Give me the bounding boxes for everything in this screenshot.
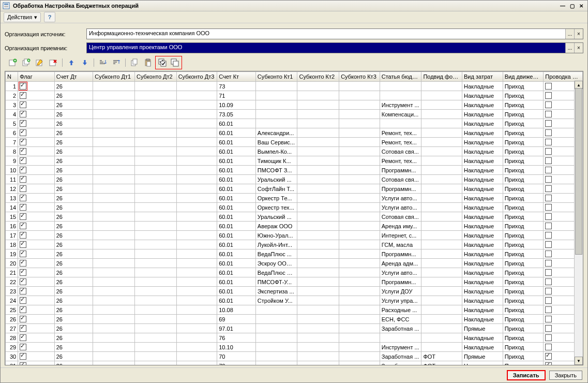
zik-checkbox[interactable] bbox=[545, 316, 552, 322]
zik-checkbox[interactable] bbox=[545, 344, 552, 350]
zik-checkbox[interactable] bbox=[545, 185, 552, 192]
cell-sdt2[interactable] bbox=[134, 315, 176, 324]
cell-kt[interactable]: 60.01 bbox=[217, 166, 256, 175]
cell-kt[interactable]: 73.05 bbox=[217, 110, 256, 119]
cell-flag[interactable] bbox=[18, 82, 55, 91]
cell-move[interactable]: Приход bbox=[503, 175, 544, 184]
cell-n[interactable]: 14 bbox=[6, 203, 18, 212]
flag-checkbox[interactable] bbox=[20, 167, 26, 173]
cell-kt[interactable]: 60.01 bbox=[217, 138, 256, 147]
cell-cost[interactable]: Накладные bbox=[462, 91, 503, 100]
zik-checkbox[interactable] bbox=[545, 278, 552, 285]
cell-dt[interactable]: 26 bbox=[54, 82, 93, 91]
cell-kt[interactable]: 71 bbox=[217, 91, 256, 100]
cell-fund[interactable] bbox=[421, 91, 462, 100]
cell-skt3[interactable] bbox=[339, 352, 380, 361]
cell-cost[interactable]: Накладные bbox=[462, 333, 503, 343]
cell-sdt3[interactable] bbox=[176, 240, 217, 249]
flag-checkbox[interactable] bbox=[20, 129, 26, 136]
cell-kt[interactable]: 10.08 bbox=[217, 305, 256, 315]
cell-skt3[interactable] bbox=[339, 240, 380, 249]
zik-checkbox[interactable] bbox=[545, 288, 552, 294]
cell-sdt1[interactable] bbox=[93, 352, 135, 361]
flag-checkbox[interactable] bbox=[20, 157, 26, 164]
cell-skt1[interactable] bbox=[255, 82, 297, 91]
column-header-skt2[interactable]: Субконто Кт2 bbox=[297, 72, 339, 82]
cell-dt[interactable]: 26 bbox=[54, 184, 93, 194]
flag-checkbox[interactable] bbox=[20, 223, 26, 229]
cell-sdt3[interactable] bbox=[176, 184, 217, 194]
cell-skt1[interactable]: ВедаПлюс С... bbox=[255, 268, 297, 277]
cell-cost[interactable]: Накладные bbox=[462, 194, 503, 203]
cell-move[interactable]: Приход bbox=[503, 249, 544, 259]
cell-sdt2[interactable] bbox=[134, 100, 176, 110]
scroll-thumb[interactable] bbox=[575, 88, 582, 255]
cell-sdt3[interactable] bbox=[176, 212, 217, 222]
table-row[interactable]: 32610.09Инструмент ...НакладныеПриход bbox=[6, 100, 583, 110]
cell-skt3[interactable] bbox=[339, 119, 380, 128]
table-row[interactable]: 42673.05Компенсаци...НакладныеПриход bbox=[6, 110, 583, 119]
cell-flag[interactable] bbox=[18, 194, 55, 203]
cell-n[interactable]: 10 bbox=[6, 166, 18, 175]
cell-budget[interactable]: Заработная ... bbox=[380, 352, 421, 361]
cell-sdt3[interactable] bbox=[176, 91, 217, 100]
column-header-budget[interactable]: Статья бюдж... bbox=[380, 72, 421, 82]
cell-sdt2[interactable] bbox=[134, 222, 176, 231]
cell-skt2[interactable] bbox=[297, 315, 339, 324]
cell-sdt3[interactable] bbox=[176, 287, 217, 296]
flag-checkbox[interactable] bbox=[20, 334, 26, 341]
cell-skt2[interactable] bbox=[297, 100, 339, 110]
cell-skt1[interactable]: Ваш Сервис... bbox=[255, 138, 297, 147]
add-copy-button[interactable] bbox=[20, 57, 33, 68]
table-row[interactable]: 182660.01Лукойл-Инт...ГСМ, маслаНакладны… bbox=[6, 240, 583, 249]
cell-skt3[interactable] bbox=[339, 100, 380, 110]
cell-move[interactable]: Приход bbox=[503, 315, 544, 324]
cell-kt[interactable]: 60.01 bbox=[217, 184, 256, 194]
cell-skt1[interactable]: СофтЛайн Т... bbox=[255, 184, 297, 194]
cell-dt[interactable]: 26 bbox=[54, 138, 93, 147]
cell-kt[interactable]: 60.01 bbox=[217, 240, 256, 249]
cell-skt1[interactable] bbox=[255, 110, 297, 119]
cell-skt1[interactable]: Вымпел-Ко... bbox=[255, 147, 297, 156]
cell-n[interactable]: 31 bbox=[6, 361, 18, 366]
source-org-clear-button[interactable]: × bbox=[574, 29, 583, 39]
cell-flag[interactable] bbox=[18, 240, 55, 249]
zik-checkbox[interactable] bbox=[545, 195, 552, 201]
cell-skt2[interactable] bbox=[297, 147, 339, 156]
cell-skt3[interactable] bbox=[339, 128, 380, 138]
source-org-select-button[interactable]: ... bbox=[565, 29, 574, 39]
cell-flag[interactable] bbox=[18, 352, 55, 361]
cell-skt1[interactable]: Уральский ... bbox=[255, 212, 297, 222]
cell-cost[interactable]: Накладные bbox=[462, 100, 503, 110]
cell-sdt1[interactable] bbox=[93, 110, 135, 119]
table-row[interactable]: 52660.01НакладныеПриход bbox=[6, 119, 583, 128]
cell-dt[interactable]: 26 bbox=[54, 175, 93, 184]
cell-flag[interactable] bbox=[18, 222, 55, 231]
cell-flag[interactable] bbox=[18, 268, 55, 277]
flag-checkbox[interactable] bbox=[20, 278, 26, 285]
cell-cost[interactable]: Накладные bbox=[462, 82, 503, 91]
cell-budget[interactable]: Услуги авто... bbox=[380, 194, 421, 203]
cell-cost[interactable]: Накладные bbox=[462, 287, 503, 296]
cell-skt1[interactable] bbox=[255, 119, 297, 128]
cell-kt[interactable]: 60.01 bbox=[217, 175, 256, 184]
cell-skt2[interactable] bbox=[297, 296, 339, 305]
cell-n[interactable]: 30 bbox=[6, 352, 18, 361]
add-button[interactable] bbox=[7, 57, 19, 68]
cell-sdt1[interactable] bbox=[93, 147, 135, 156]
cell-kt[interactable]: 60.01 bbox=[217, 287, 256, 296]
table-row[interactable]: 222660.01ПМСОФТ-У...Программн...Накладны… bbox=[6, 277, 583, 287]
flag-checkbox[interactable] bbox=[20, 204, 26, 211]
cell-sdt2[interactable] bbox=[134, 203, 176, 212]
cell-sdt2[interactable] bbox=[134, 156, 176, 166]
cell-cost[interactable]: Накладные bbox=[462, 240, 503, 249]
cell-fund[interactable] bbox=[421, 212, 462, 222]
cell-sdt3[interactable] bbox=[176, 147, 217, 156]
cell-flag[interactable] bbox=[18, 231, 55, 240]
cell-move[interactable]: Приход bbox=[503, 194, 544, 203]
zik-checkbox[interactable] bbox=[545, 157, 552, 164]
cell-n[interactable]: 13 bbox=[6, 194, 18, 203]
cell-skt1[interactable]: Южно-Урал... bbox=[255, 231, 297, 240]
table-row[interactable]: 142660.01Оркестр тех...Услуги авто...Нак… bbox=[6, 203, 583, 212]
table-row[interactable]: 102660.01ПМСОФТ З...Программн...Накладны… bbox=[6, 166, 583, 175]
